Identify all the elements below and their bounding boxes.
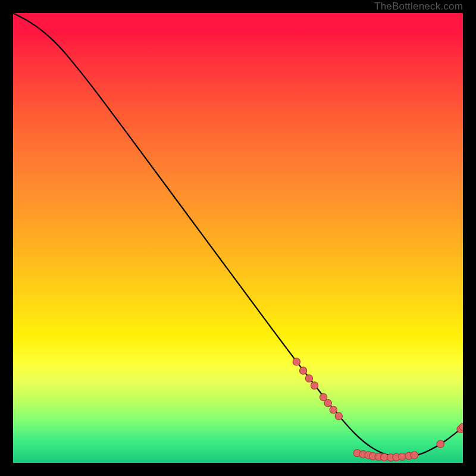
marker-layer bbox=[293, 358, 463, 461]
data-marker bbox=[399, 453, 406, 460]
plot-svg bbox=[13, 13, 463, 463]
data-marker bbox=[330, 406, 337, 414]
data-marker bbox=[411, 452, 418, 459]
data-marker bbox=[305, 375, 312, 382]
data-marker bbox=[335, 412, 342, 419]
data-marker bbox=[324, 399, 331, 406]
data-marker bbox=[299, 367, 306, 374]
bottleneck-curve bbox=[13, 13, 463, 457]
data-marker bbox=[293, 358, 300, 365]
data-marker bbox=[311, 382, 318, 389]
data-marker bbox=[437, 440, 444, 447]
attribution-label: TheBottleneck.com bbox=[374, 0, 463, 13]
data-marker bbox=[381, 453, 388, 461]
chart-stage: TheBottleneck.com bbox=[0, 0, 476, 476]
plot-area bbox=[13, 13, 463, 463]
